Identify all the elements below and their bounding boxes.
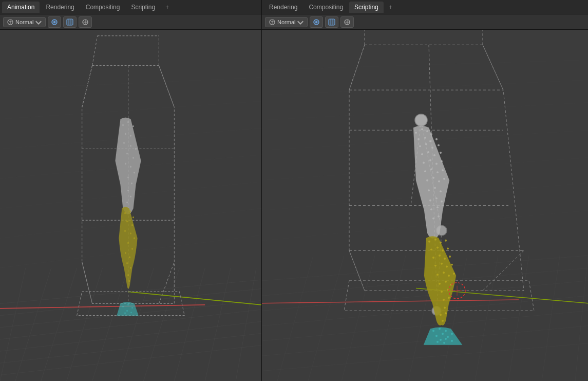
svg-line-102 — [375, 256, 406, 381]
svg-line-12 — [0, 321, 261, 351]
svg-rect-3 — [67, 19, 73, 25]
svg-point-147 — [421, 153, 423, 155]
right-topbar: Rendering Compositing Scripting + — [262, 0, 588, 14]
normal-mode-icon-right — [269, 19, 276, 26]
svg-point-133 — [437, 226, 447, 236]
svg-point-191 — [448, 275, 450, 277]
tab-scripting-left[interactable]: Scripting — [126, 2, 160, 13]
svg-point-210 — [447, 336, 449, 338]
svg-point-176 — [445, 240, 447, 242]
svg-point-181 — [432, 257, 434, 259]
svg-point-54 — [125, 163, 126, 165]
svg-point-68 — [130, 232, 131, 234]
svg-line-108 — [575, 256, 588, 381]
svg-point-201 — [440, 314, 442, 316]
svg-point-169 — [430, 208, 432, 210]
svg-point-81 — [126, 310, 128, 312]
tab-scripting-right[interactable]: Scripting — [349, 2, 384, 13]
tab-compositing-right[interactable]: Compositing — [304, 2, 348, 13]
svg-line-125 — [349, 250, 365, 291]
svg-line-98 — [262, 343, 588, 371]
svg-point-165 — [440, 190, 442, 192]
svg-line-24 — [236, 268, 256, 381]
svg-point-64 — [132, 216, 134, 218]
svg-point-150 — [440, 152, 442, 154]
svg-line-32 — [0, 208, 261, 238]
svg-point-164 — [434, 187, 436, 189]
add-tab-right[interactable]: + — [385, 2, 396, 13]
tab-animation-left[interactable]: Animation — [2, 2, 40, 13]
svg-point-204 — [432, 330, 434, 332]
left-toolbar: Normal — [0, 14, 261, 30]
svg-line-40 — [82, 65, 92, 107]
svg-point-212 — [445, 338, 447, 340]
svg-point-144 — [425, 143, 427, 146]
gizmo-btn-right[interactable] — [340, 16, 354, 28]
svg-point-207 — [451, 333, 453, 335]
svg-point-171 — [432, 217, 434, 220]
svg-line-107 — [542, 256, 560, 381]
svg-point-159 — [426, 179, 428, 182]
svg-point-53 — [132, 157, 134, 158]
svg-point-65 — [126, 221, 128, 222]
svg-point-62 — [124, 212, 126, 214]
svg-point-75 — [130, 267, 131, 268]
overlay-btn-left[interactable] — [48, 16, 61, 28]
svg-point-78 — [122, 306, 124, 307]
gizmo-btn-left[interactable] — [79, 16, 92, 28]
tab-compositing-left[interactable]: Compositing — [81, 2, 125, 13]
normal-mode-btn-right[interactable]: Normal — [265, 17, 308, 27]
left-viewport[interactable] — [0, 30, 261, 381]
svg-point-46 — [132, 125, 134, 127]
svg-point-52 — [126, 153, 128, 154]
svg-line-94 — [262, 281, 588, 311]
svg-line-30 — [0, 155, 261, 178]
svg-point-166 — [429, 199, 431, 202]
viewport-shading-btn-left[interactable] — [63, 16, 77, 28]
svg-point-83 — [124, 312, 126, 314]
svg-line-103 — [408, 256, 437, 381]
left-panel: Animation Rendering Compositing Scriptin… — [0, 0, 262, 381]
svg-line-41 — [159, 65, 174, 107]
svg-line-19 — [92, 268, 128, 381]
tab-rendering-left[interactable]: Rendering — [41, 2, 79, 13]
svg-point-160 — [432, 177, 434, 179]
svg-point-184 — [449, 256, 451, 258]
svg-line-16 — [15, 268, 51, 381]
svg-point-173 — [428, 241, 430, 243]
svg-line-93 — [262, 268, 588, 296]
svg-point-186 — [441, 263, 443, 265]
svg-point-213 — [451, 340, 453, 342]
svg-point-146 — [438, 144, 440, 146]
svg-point-152 — [429, 159, 431, 161]
right-viewport[interactable] — [262, 30, 588, 381]
svg-point-188 — [451, 264, 453, 266]
normal-mode-btn-left[interactable]: Normal — [3, 17, 46, 27]
add-tab-left[interactable]: + — [161, 2, 173, 13]
svg-point-66 — [131, 224, 133, 226]
svg-point-77 — [128, 280, 130, 282]
svg-line-122 — [429, 45, 437, 291]
svg-point-175 — [440, 242, 442, 244]
svg-point-172 — [438, 215, 440, 217]
svg-point-197 — [447, 288, 449, 291]
svg-point-214 — [437, 341, 439, 343]
svg-point-2 — [53, 21, 55, 23]
svg-line-43 — [159, 262, 174, 303]
svg-point-157 — [437, 171, 439, 173]
svg-point-132 — [415, 114, 427, 126]
svg-point-177 — [430, 248, 432, 250]
svg-point-140 — [424, 137, 426, 139]
viewport-shading-btn-right[interactable] — [325, 16, 338, 28]
chevron-down-icon-left — [35, 19, 42, 26]
svg-point-79 — [127, 304, 129, 305]
svg-point-153 — [435, 163, 438, 165]
svg-point-141 — [429, 140, 431, 142]
overlay-btn-right[interactable] — [310, 16, 323, 28]
tab-rendering-right[interactable]: Rendering — [264, 2, 302, 13]
svg-point-142 — [435, 138, 438, 140]
svg-point-136 — [421, 128, 423, 130]
svg-point-143 — [419, 145, 421, 147]
svg-line-124 — [483, 45, 503, 90]
svg-line-106 — [508, 256, 529, 381]
